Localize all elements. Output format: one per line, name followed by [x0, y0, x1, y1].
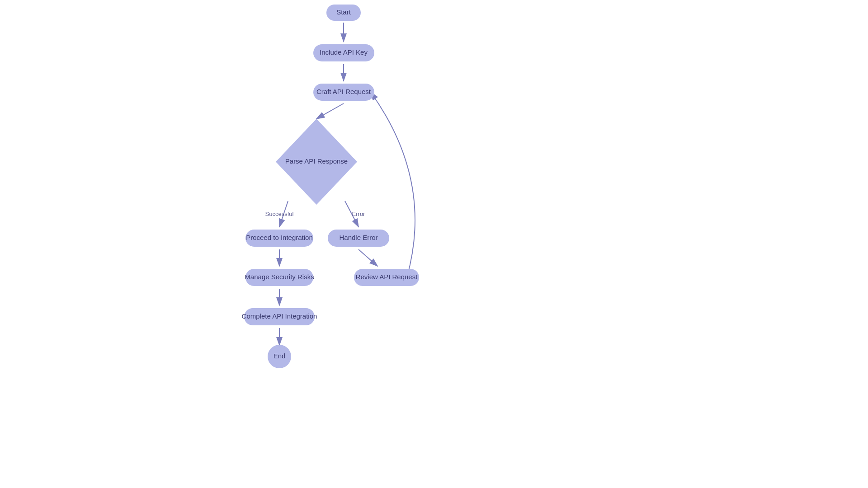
node-handle-label: Handle Error [339, 234, 377, 241]
node-parse-label: Parse API Response [285, 157, 348, 165]
node-end-label: End [274, 352, 286, 360]
label-successful: Successful [265, 211, 294, 217]
svg-rect-2 [0, 0, 868, 488]
node-include-label: Include API Key [320, 48, 368, 56]
node-craft-label: Craft API Request [316, 88, 371, 95]
node-manage-label: Manage Security Risks [245, 273, 314, 281]
node-start-label: Start [336, 8, 351, 16]
node-complete-label: Complete API Integration [242, 312, 317, 320]
node-proceed-label: Proceed to Integration [246, 234, 313, 241]
node-review-label: Review API Request [356, 273, 418, 281]
label-error: Error [352, 211, 366, 217]
